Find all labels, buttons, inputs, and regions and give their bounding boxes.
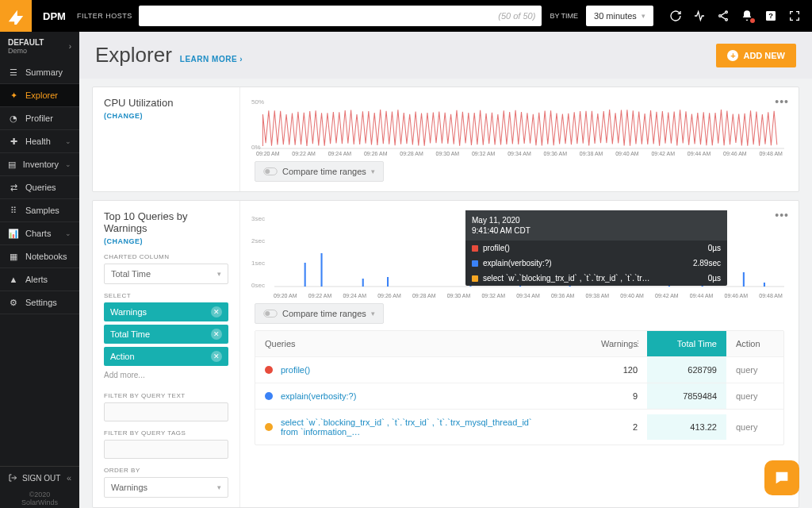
query-link[interactable]: profile() [281, 365, 310, 375]
compare-time-ranges-button[interactable]: Compare time ranges ▾ [255, 303, 384, 324]
chat-fab[interactable] [764, 460, 799, 495]
filter-text-label: FILTER BY QUERY TEXT [104, 392, 228, 399]
collapse-sidebar-icon[interactable]: « [67, 473, 71, 483]
th-queries[interactable]: Queries [255, 331, 560, 356]
remove-icon[interactable]: ✕ [211, 351, 222, 362]
svg-rect-9 [304, 263, 306, 287]
activity-icon[interactable] [693, 10, 706, 22]
fullscreen-icon[interactable] [788, 10, 801, 22]
queries-chart[interactable]: 3sec 2sec 1sec 0sec May 11, 20209:41:40 … [255, 215, 784, 291]
alerts-icon: ▲ [8, 274, 19, 285]
bytime-label: BY TIME [542, 12, 586, 20]
panel2-change-link[interactable]: (CHANGE) [104, 237, 228, 245]
remove-icon[interactable]: ✕ [211, 306, 222, 318]
chevron-down-icon: ▾ [642, 12, 645, 20]
chat-icon [773, 469, 791, 487]
learn-more-link[interactable]: LEARN MORE › [180, 55, 243, 64]
svg-point-22 [265, 311, 270, 316]
panel1-title: CPU Utilization [104, 97, 228, 109]
solarwinds-icon [7, 7, 25, 25]
chevron-down-icon: ▾ [217, 270, 221, 278]
query-link[interactable]: explain(verbosity:?) [281, 391, 356, 401]
queries-icon: ⇄ [8, 182, 19, 193]
warnings-cell: 9 [560, 383, 647, 409]
sign-out-button[interactable]: SIGN OUT « [0, 466, 79, 489]
add-more-link[interactable]: Add more... [104, 366, 228, 384]
svg-point-0 [726, 11, 728, 13]
compare-time-ranges-button[interactable]: Compare time ranges ▾ [255, 161, 384, 182]
nav-label: Summary [25, 67, 63, 77]
bell-icon[interactable] [741, 10, 753, 22]
ylabel: 1sec [251, 260, 265, 267]
nav-label: Inventory [23, 160, 59, 169]
refresh-icon[interactable] [669, 10, 682, 22]
sidebar-item-samples[interactable]: ⠿Samples [0, 199, 79, 222]
charted-column-dropdown[interactable]: Total Time▾ [104, 264, 228, 284]
sidebar-item-settings[interactable]: ⚙Settings [0, 291, 79, 314]
table-row[interactable]: select `w`.`blocking_trx_id` , `t`.`trx_… [255, 409, 783, 444]
chevron-down-icon: ▾ [217, 483, 221, 491]
chevron-down-icon: ▾ [371, 167, 375, 175]
panel1-change-link[interactable]: (CHANGE) [104, 112, 228, 120]
logo [0, 0, 32, 32]
sidebar-item-profiler[interactable]: ◔Profiler [0, 107, 79, 130]
chevron-down-icon: ⌄ [65, 137, 71, 145]
totaltime-cell: 413.22 [647, 414, 726, 440]
org-switcher[interactable]: DEFAULTDemo › [0, 32, 79, 61]
nav-label: Notebooks [25, 252, 67, 261]
help-icon[interactable]: ? [764, 10, 777, 22]
sidebar-item-alerts[interactable]: ▲Alerts [0, 268, 79, 291]
orderby-dropdown[interactable]: Warnings▾ [104, 477, 228, 498]
cpu-sparkline [255, 100, 784, 149]
share-icon[interactable] [717, 10, 730, 22]
th-totaltime[interactable]: Total Time [647, 331, 726, 356]
nav-label: Health [25, 137, 51, 146]
sidebar-item-health[interactable]: ✚Health⌄ [0, 130, 79, 153]
pill-total-time[interactable]: Total Time✕ [104, 325, 228, 344]
svg-point-2 [726, 18, 728, 21]
signout-icon [8, 473, 17, 483]
table-row[interactable]: explain(verbosity:?)97859484query [255, 383, 783, 409]
sidebar-item-summary[interactable]: ☰Summary [0, 61, 79, 84]
warnings-cell: 2 [560, 414, 647, 440]
pill-warnings[interactable]: Warnings✕ [104, 302, 228, 321]
sidebar-item-notebooks[interactable]: ▦Notebooks [0, 245, 79, 268]
filter-hosts-input[interactable]: (50 of 50) [139, 6, 542, 26]
table-row[interactable]: profile()120628799query [255, 356, 783, 383]
svg-point-1 [719, 15, 722, 17]
th-action[interactable]: Action [726, 331, 783, 356]
totaltime-cell: 628799 [647, 357, 726, 383]
ylabel: 50% [251, 98, 264, 106]
th-warnings[interactable]: Warnings⋮ [560, 331, 647, 356]
pill-action[interactable]: Action✕ [104, 347, 228, 366]
chart-tooltip: May 11, 20209:41:40 AM CDT profile()0µse… [465, 210, 727, 286]
time-range-dropdown[interactable]: 30 minutes ▾ [586, 6, 653, 26]
sidebar-item-queries[interactable]: ⇄Queries [0, 176, 79, 199]
orderby-label: ORDER BY [104, 467, 228, 474]
sidebar-item-charts[interactable]: 📊Charts⌄ [0, 222, 79, 245]
add-new-button[interactable]: +ADD NEW [716, 44, 796, 67]
cpu-chart[interactable]: 50% 0% [255, 100, 784, 149]
remove-icon[interactable]: ✕ [211, 329, 222, 340]
ylabel: 0sec [251, 282, 265, 289]
sidebar-item-explorer[interactable]: ✦Explorer [0, 84, 79, 107]
filter-text-input[interactable] [104, 402, 228, 421]
sidebar-item-inventory[interactable]: ▤Inventory⌄ [0, 153, 79, 176]
chevron-down-icon: ⌄ [65, 229, 71, 237]
action-cell: query [726, 383, 783, 409]
filter-tags-input[interactable] [104, 440, 228, 459]
top-queries-panel: ••• Top 10 Queries by Warnings (CHANGE) … [92, 200, 799, 508]
series-dot [265, 423, 273, 431]
sidebar: DEFAULTDemo › ☰Summary✦Explorer◔Profiler… [0, 32, 79, 508]
samples-icon: ⠿ [8, 205, 19, 216]
action-cell: query [726, 414, 783, 440]
summary-icon: ☰ [8, 67, 19, 78]
xaxis: 09:20 AM09:22 AM09:24 AM09:26 AM09:28 AM… [255, 293, 784, 298]
main-content: ExplorerLEARN MORE › +ADD NEW ••• CPU Ut… [79, 32, 812, 508]
query-link[interactable]: select `w`.`blocking_trx_id` , `t`.`trx_… [281, 418, 550, 437]
tooltip-row: select `w`.`blocking_trx_id` , `t`.`trx_… [465, 271, 727, 286]
nav-label: Alerts [25, 275, 48, 284]
sort-icon[interactable]: ⋮ [634, 339, 642, 349]
settings-icon: ⚙ [8, 297, 19, 308]
table-header: Queries Warnings⋮ Total Time Action [255, 331, 783, 356]
